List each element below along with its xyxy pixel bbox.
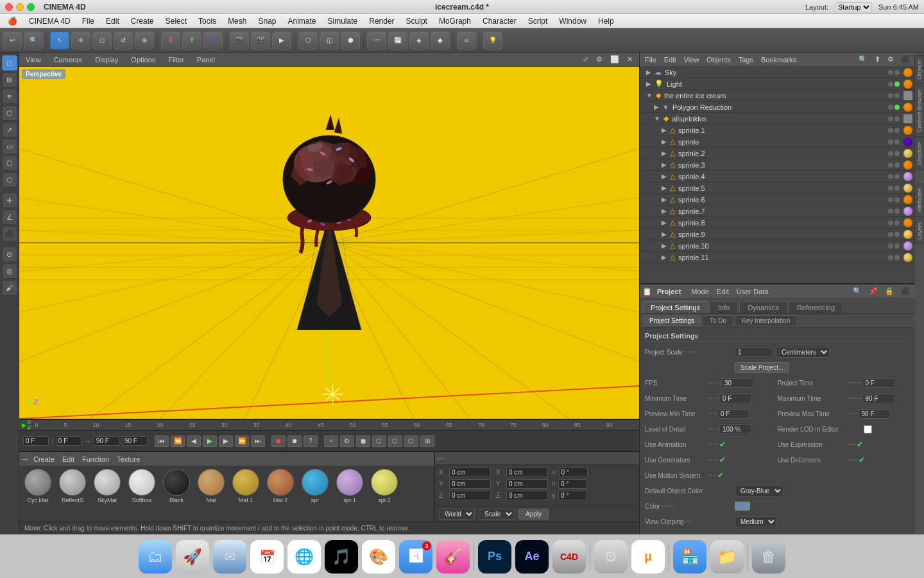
scale-tool-btn[interactable]: ✛ [71,31,90,49]
attr-user-data-btn[interactable]: User Data [734,287,771,296]
tool-layer[interactable]: ≡ [2,89,17,104]
maximize-button[interactable] [27,3,35,11]
pos-y-input[interactable] [449,479,491,489]
tool-extrude[interactable]: ⬛ [2,226,17,241]
obj-bookmarks-btn[interactable]: Bookmarks [758,55,799,64]
attr-expand-btn[interactable]: ⬛ [898,286,912,296]
x-axis-btn[interactable]: X [161,31,180,49]
menu-tools[interactable]: Tools [193,15,221,27]
side-tab-structure[interactable]: Structure [914,137,924,170]
play-btn[interactable]: ▶ [203,435,217,447]
menu-snap[interactable]: Snap [253,15,281,27]
preview-max-input[interactable] [859,409,891,419]
attr-edit-btn[interactable]: Edit [714,287,732,296]
obj-view-btn[interactable]: View [681,55,702,64]
tool-paint[interactable]: 🖌 [2,280,17,295]
dock-calendar[interactable]: 📅 [250,540,284,574]
menu-animate[interactable]: Animate [283,15,321,27]
menu-help[interactable]: Help [593,15,619,27]
dock-music[interactable]: 🎵 [325,540,358,574]
subtab-todo[interactable]: To Do [703,315,733,326]
obj-file-btn[interactable]: File [642,55,659,64]
perspective-btn[interactable]: ⬡ [298,31,318,49]
color-swatch[interactable] [735,502,750,511]
obj-sprinle8[interactable]: ▶ △ sprinle.8 [640,217,915,229]
auto-key-btn[interactable]: ? [304,435,318,447]
z-axis-btn[interactable]: Z [203,31,223,49]
mat-spr2[interactable]: spr.2 [368,469,400,504]
next-frame-btn[interactable]: ⏩ [235,435,249,447]
dock-finder[interactable]: 🗂 [139,540,172,574]
mat-mat2[interactable]: Mat.2 [264,469,296,504]
obj-polygon-reduction[interactable]: ▶ ▼ Polygon Reduction [640,101,915,113]
rot-b2-input[interactable] [558,491,587,500]
loop-btn[interactable]: ∞ [457,31,476,49]
dock-aftereffects[interactable]: Ae [515,540,549,574]
taper-btn[interactable]: ◈ [409,31,429,49]
side-tab-content[interactable]: Content Browser [914,85,924,137]
menu-window[interactable]: Window [554,15,592,27]
goto-end-btn[interactable]: ⏭ [251,435,265,447]
apply-button[interactable]: Apply [518,509,549,520]
pos-z-input[interactable] [449,491,491,500]
vp-display-btn[interactable]: Display [92,55,121,65]
render-lod-checkbox[interactable] [864,425,872,434]
tab-referencing[interactable]: Referencing [789,301,843,313]
view-btn[interactable]: ◫ [320,31,339,49]
tab-dynamics[interactable]: Dynamics [739,301,787,313]
mat-cycmat[interactable]: Cyc Mat [22,469,54,504]
menu-apple[interactable]: 🍎 [3,15,22,27]
project-scale-unit[interactable]: Centimeters Meters [776,347,830,358]
min-time-input[interactable] [719,394,751,403]
next-key-btn[interactable]: ▶ [219,435,233,447]
transform-tool-btn[interactable]: ↺ [114,31,133,49]
vp-close-btn[interactable]: ✕ [624,54,635,65]
vp-settings-btn[interactable]: ⚙ [594,54,605,65]
side-tab-attr[interactable]: Attributes [914,184,924,217]
mat-spr1[interactable]: spr.1 [334,469,366,504]
vp-view-btn[interactable]: View [23,55,44,65]
anim-opt6-btn[interactable]: ⬡ [404,435,418,447]
anim-opt7-btn[interactable]: ⊞ [420,435,434,447]
menu-create[interactable]: Create [126,15,159,27]
lod-input[interactable] [719,425,751,434]
menu-simulate[interactable]: Simulate [323,15,363,27]
scale-project-btn[interactable]: Scale Project... [735,362,789,373]
attr-mode-btn[interactable]: Mode [689,287,712,296]
dock-appstore2[interactable]: 🏪 [673,540,706,574]
dock-itunes[interactable]: 🎸 [436,540,470,574]
twist-btn[interactable]: 🔄 [388,31,407,49]
dock-c4d[interactable]: C4D [552,540,586,574]
obj-sprinle2[interactable]: ▶ △ sprinle.2 [640,148,915,159]
obj-sky[interactable]: ▶ ☁ Sky [640,67,915,78]
menu-edit[interactable]: Edit [101,15,124,27]
obj-light[interactable]: ▶ 💡 Light [640,78,915,90]
vp-cameras-btn[interactable]: Cameras [51,55,85,65]
end-frame-input[interactable] [94,436,119,446]
obj-edit-btn[interactable]: Edit [662,55,679,64]
menu-select[interactable]: Select [160,15,192,27]
menu-cinema4d[interactable]: CINEMA 4D [24,15,76,27]
world-select[interactable]: World [439,509,475,520]
obj-sprinle[interactable]: ▶ △ sprinle [640,136,915,148]
rot-h-input[interactable] [506,468,548,477]
record-btn[interactable]: ⏺ [271,435,286,447]
view-clipping-select[interactable]: Medium Small Large [735,516,777,527]
menu-file[interactable]: File [77,15,99,27]
record-key-btn[interactable]: ⏺ [287,435,302,447]
mat-texture-btn[interactable]: Texture [114,455,142,464]
menu-mesh[interactable]: Mesh [223,15,252,27]
attr-pin-btn[interactable]: 📌 [866,286,880,296]
tab-info[interactable]: Info [710,301,738,313]
viewport-canvas[interactable]: Perspective [19,67,639,419]
mat-mat1[interactable]: Mat.1 [230,469,262,504]
mat-reflectS[interactable]: ReflectS [56,469,89,504]
minimize-button[interactable] [16,3,24,11]
tool-knife[interactable]: ∠ [2,209,17,225]
render-anim-btn[interactable]: 🎬 [230,31,249,49]
prev-key-btn[interactable]: ◀ [187,435,201,447]
obj-sprinle7[interactable]: ▶ △ sprinle.7 [640,206,915,217]
fps-input[interactable] [721,378,753,388]
current-frame-input[interactable] [23,436,49,446]
tool-uv[interactable]: ⊞ [2,72,17,87]
